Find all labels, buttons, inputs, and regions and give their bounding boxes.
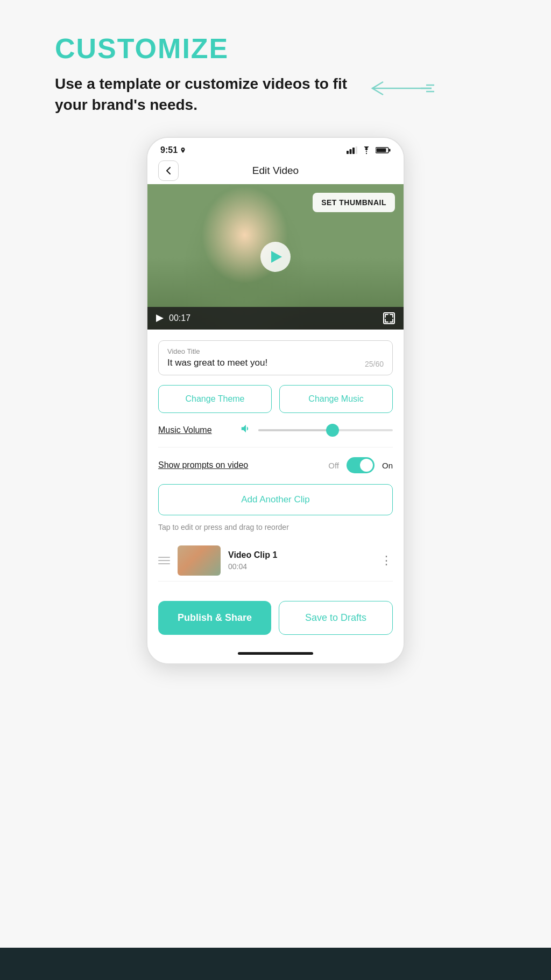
input-label: Video Title [167,347,384,355]
clip-info: Video Clip 1 00:04 [228,550,373,571]
play-icon [271,251,282,263]
video-controls: 00:17 [147,307,404,330]
back-icon [166,166,171,175]
svg-rect-11 [377,149,386,152]
prompts-label: Show prompts on video [158,460,321,470]
battery-icon [376,146,391,154]
svg-rect-4 [347,151,349,154]
status-icons [347,146,391,154]
slider-thumb [326,424,339,437]
title-input-container[interactable]: Video Title It was great to meet you! 25… [158,340,393,375]
location-icon [180,147,186,153]
volume-icon [240,423,252,437]
status-time: 9:51 [160,145,186,155]
drag-handle[interactable] [158,557,170,564]
toggle-off-label: Off [328,461,339,470]
time-display: 00:17 [169,313,190,323]
subtitle-text: Use a template or customize videos to fi… [55,73,356,115]
play-button[interactable] [260,242,291,272]
svg-rect-7 [356,146,358,154]
signal-icon [347,146,357,154]
theme-music-row: Change Theme Change Music [158,385,393,413]
volume-slider[interactable] [258,429,393,431]
char-count: 25/60 [365,360,384,368]
svg-rect-10 [389,149,391,152]
content-section: Video Title It was great to meet you! 25… [147,340,404,592]
page-title: CUSTOMIZE [55,32,496,65]
clip-item: Video Clip 1 00:04 ⋮ [158,540,393,582]
status-bar: 9:51 [147,138,404,159]
set-thumbnail-button[interactable]: SET THUMBNAIL [313,193,395,212]
video-player: SET THUMBNAIL 00:17 [147,184,404,330]
phone-mockup: 9:51 [146,137,405,664]
volume-label: Music Volume [158,425,234,435]
home-bar [238,652,313,655]
controls-left: 00:17 [156,313,190,323]
clip-name: Video Clip 1 [228,550,373,560]
arrow-decoration [367,78,437,99]
toggle-knob [360,459,373,472]
svg-point-8 [366,153,367,154]
toggle-on-label: On [382,461,393,470]
nav-bar: Edit Video [147,159,404,184]
change-music-button[interactable]: Change Music [279,385,393,413]
hint-text: Tap to edit or press and drag to reorder [158,523,393,531]
prompts-toggle[interactable] [347,457,375,473]
back-button[interactable] [158,160,179,181]
play-small-icon[interactable] [156,314,164,322]
add-clip-button[interactable]: Add Another Clip [158,484,393,515]
publish-button[interactable]: Publish & Share [158,601,271,635]
volume-row: Music Volume [158,423,393,447]
input-row: It was great to meet you! 25/60 [167,358,384,368]
fullscreen-icon[interactable] [383,312,395,324]
clip-duration: 00:04 [228,562,373,571]
change-theme-button[interactable]: Change Theme [158,385,272,413]
wifi-icon [362,146,371,154]
save-drafts-button[interactable]: Save to Drafts [279,601,393,635]
header-section: CUSTOMIZE Use a template or customize vi… [33,32,518,115]
clip-more-button[interactable]: ⋮ [380,554,393,568]
home-indicator [147,648,404,663]
prompts-row: Show prompts on video Off On [158,457,393,473]
bottom-actions: Publish & Share Save to Drafts [147,592,404,648]
svg-rect-5 [350,149,352,154]
title-value: It was great to meet you! [167,358,365,368]
svg-rect-6 [352,148,355,154]
page-footer [0,948,551,980]
clip-thumbnail [178,545,221,576]
slider-fill [258,429,333,431]
nav-title: Edit Video [252,165,299,177]
